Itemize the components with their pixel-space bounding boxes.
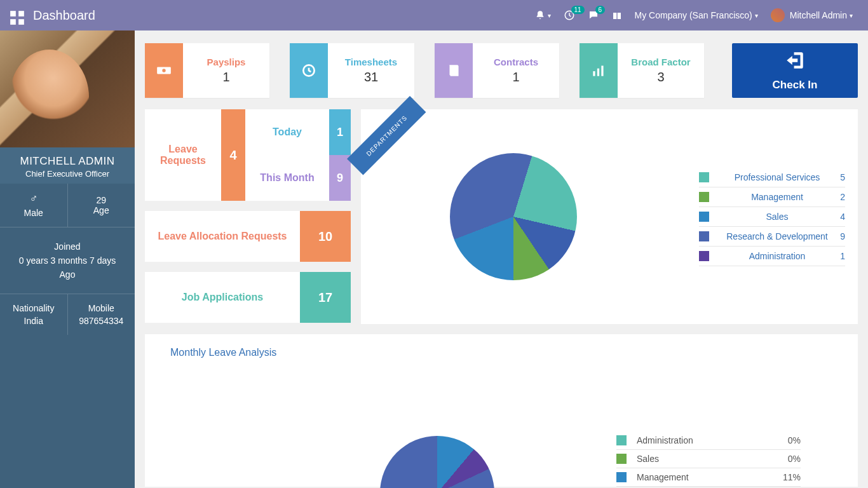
employee-name-block: MITCHELL ADMIN Chief Executive Officer [0,147,135,184]
caret-icon: ▾ [755,12,758,19]
svg-rect-7 [616,13,617,19]
broad-factor-card[interactable]: Broad Factor 3 [580,43,704,98]
contracts-value: 1 [473,70,559,85]
joined-value: 0 years 3 months 7 days [5,255,130,266]
legend-label: Professional Services [722,172,832,182]
leave-requests-total: 4 [221,109,245,201]
monthly-leave-title: Monthly Leave Analysis [170,347,832,358]
svg-rect-2 [10,19,16,25]
svg-rect-12 [597,69,599,76]
gift-icon[interactable] [612,10,622,20]
legend-label: Administration [722,251,832,261]
contracts-card[interactable]: Contracts 1 [435,43,559,98]
user-name: Mitchell Admin [790,10,847,20]
leave-allocation-card[interactable]: Leave Allocation Requests 10 [145,211,351,262]
company-name: My Company (San Francisco) [635,10,752,20]
legend-row[interactable]: Management 2 [699,187,845,207]
chat-icon[interactable]: 6 [588,10,599,21]
job-applications-label: Job Applications [145,272,300,323]
legend-row[interactable]: Administration 0% [616,431,801,450]
main-content: Payslips 1 Timesheets 31 Contracts [135,30,868,488]
svg-point-9 [162,69,165,72]
employee-sidebar: MITCHELL ADMIN Chief Executive Officer ♂… [0,30,135,488]
book-icon [435,43,473,98]
legend-count: 9 [832,231,845,241]
svg-rect-13 [601,65,603,76]
leave-today-value: 1 [329,109,351,155]
leave-allocation-value: 10 [300,211,351,262]
leave-today-label: Today [245,109,329,155]
money-icon [145,43,183,98]
legend-swatch [616,472,627,482]
nationality-label: Nationality [3,303,65,313]
notifications-icon[interactable]: ▾ [535,10,551,20]
departments-card: DEPARTMENTS Professional Services 5 Mana… [361,109,858,324]
legend-swatch [699,192,709,202]
nationality-value: India [3,316,65,326]
monthly-pie-chart [380,436,494,488]
leave-month-value: 9 [329,155,351,201]
timesheets-value: 31 [328,70,414,85]
legend-swatch [699,172,709,182]
gender-value: Male [3,208,65,218]
legend-label: Administration [637,435,788,445]
monthly-leave-card: Monthly Leave Analysis Administration 0%… [145,334,858,487]
legend-row[interactable]: Sales 0% [616,450,801,468]
legend-swatch [699,212,709,222]
payslips-card[interactable]: Payslips 1 [145,43,269,98]
caret-icon: ▾ [850,12,853,19]
caret-icon: ▾ [548,12,551,19]
legend-label: Sales [722,212,832,222]
legend-swatch [699,251,709,261]
legend-value: 0% [788,454,801,464]
legend-label: Research & Development [722,231,832,241]
clock-icon [290,43,328,98]
legend-value: 0% [788,435,801,445]
joined-label: Joined [5,241,130,252]
user-menu[interactable]: Mitchell Admin ▾ [771,8,853,22]
payslips-label: Payslips [183,57,269,67]
monthly-legend: Administration 0% Sales 0% Management 11… [616,431,801,487]
checkin-button[interactable]: Check In [732,43,858,98]
stats-row: Payslips 1 Timesheets 31 Contracts [145,43,858,98]
departments-pie-chart [450,153,577,280]
activity-badge: 11 [571,6,585,14]
age-cell: 29 Age [68,184,135,227]
legend-count: 5 [832,172,845,182]
legend-value: 11% [783,472,801,482]
legend-row[interactable]: Management 11% [616,468,801,487]
legend-label: Management [637,472,783,482]
legend-count: 1 [832,251,845,261]
gender-cell: ♂ Male [0,184,68,227]
activity-icon[interactable]: 11 [564,10,575,21]
job-applications-card[interactable]: Job Applications 17 [145,272,351,323]
departments-legend: Professional Services 5 Management 2 Sal… [699,168,845,266]
legend-label: Sales [637,454,788,464]
avatar [771,8,785,22]
legend-row[interactable]: Professional Services 5 [699,168,845,187]
age-value: 29 [71,195,133,205]
legend-row[interactable]: Sales 4 [699,207,845,227]
contracts-label: Contracts [473,57,559,67]
navbar: Dashboard ▾ 11 6 My Company (San Francis… [0,0,868,30]
legend-swatch [616,454,627,464]
broad-factor-label: Broad Factor [618,57,704,67]
chat-badge: 6 [595,6,606,14]
leave-allocation-label: Leave Allocation Requests [145,211,300,262]
legend-row[interactable]: Research & Development 9 [699,227,845,247]
company-switcher[interactable]: My Company (San Francisco) ▾ [635,10,758,20]
timesheets-card[interactable]: Timesheets 31 [290,43,414,98]
broad-factor-value: 3 [618,70,704,85]
signin-icon [782,50,808,76]
apps-icon[interactable] [9,10,20,21]
leave-month-row[interactable]: This Month 9 [245,155,351,201]
age-label: Age [71,205,133,215]
payslips-value: 1 [183,70,269,85]
legend-swatch [699,231,709,241]
timesheets-label: Timesheets [328,57,414,67]
leave-today-row[interactable]: Today 1 [245,109,351,155]
legend-row[interactable]: Administration 1 [699,247,845,266]
svg-rect-0 [10,11,16,17]
leave-requests-card[interactable]: LeaveRequests 4 Today 1 This Month 9 [145,109,351,201]
svg-rect-3 [18,19,24,25]
